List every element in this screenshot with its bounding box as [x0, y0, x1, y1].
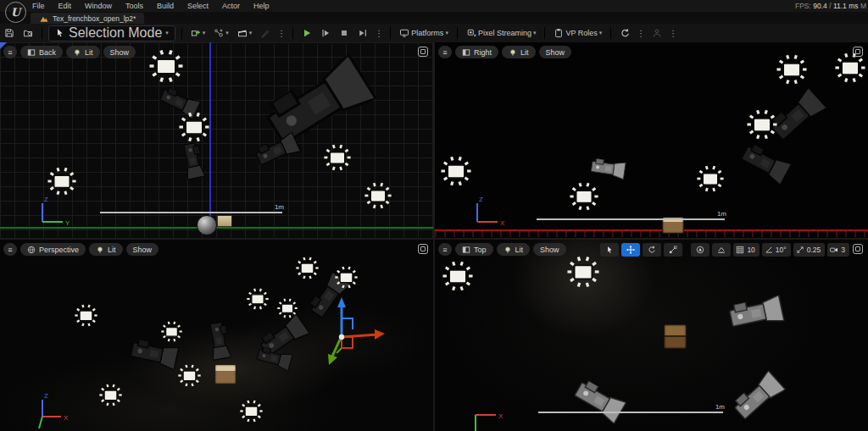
- play-button[interactable]: [298, 25, 316, 41]
- maximize-viewport-icon[interactable]: [418, 244, 428, 254]
- maximize-viewport-icon[interactable]: [418, 47, 428, 57]
- menu-item-build[interactable]: Build: [150, 2, 181, 10]
- rect-light-actor[interactable]: [570, 182, 598, 211]
- sphere-actor[interactable]: [197, 215, 217, 235]
- rect-light-actor[interactable]: [442, 261, 473, 291]
- camera-actor[interactable]: [180, 138, 205, 180]
- move-tool-button[interactable]: [621, 243, 640, 257]
- camera-actor[interactable]: [568, 376, 627, 424]
- chest-actor[interactable]: [664, 324, 687, 349]
- source-control-button[interactable]: [615, 25, 634, 41]
- grid-snap-button[interactable]: 10: [733, 243, 759, 257]
- camera-actor[interactable]: [206, 318, 231, 361]
- show-flags-dropdown[interactable]: Show: [533, 243, 566, 256]
- rect-light-actor[interactable]: [567, 256, 599, 288]
- rect-light-actor[interactable]: [747, 109, 777, 140]
- rect-light-actor[interactable]: [161, 321, 182, 342]
- menu-item-tools[interactable]: Tools: [119, 2, 150, 10]
- rect-light-actor[interactable]: [178, 364, 201, 387]
- rect-light-actor[interactable]: [364, 182, 392, 209]
- surface-snap-toggle[interactable]: [712, 243, 731, 257]
- viewport-type-dropdown[interactable]: Perspective: [20, 243, 86, 256]
- editor-mode-dropdown[interactable]: Selection Mode ▾: [48, 25, 175, 41]
- viewport-right[interactable]: ZX1m ≡ Right Lit Show: [435, 42, 868, 238]
- vp-roles-dropdown[interactable]: VP Roles ▾: [549, 25, 606, 41]
- camera-speed-button[interactable]: 3: [827, 243, 849, 257]
- select-tool-button[interactable]: [600, 243, 619, 257]
- view-mode-dropdown[interactable]: Lit: [89, 243, 123, 256]
- rect-light-actor[interactable]: [776, 54, 807, 85]
- rect-light-actor[interactable]: [697, 165, 724, 192]
- maximize-viewport-icon[interactable]: [853, 47, 863, 57]
- menu-item-actor[interactable]: Actor: [215, 2, 247, 10]
- rect-light-actor[interactable]: [149, 49, 183, 83]
- menu-item-edit[interactable]: Edit: [52, 2, 79, 10]
- chevron-down-icon: ▾: [165, 30, 169, 36]
- camera-actor[interactable]: [724, 295, 786, 332]
- rect-light-actor[interactable]: [835, 52, 865, 83]
- frame-skip-button[interactable]: [316, 25, 335, 41]
- save-button[interactable]: [0, 25, 19, 41]
- scale-bar: 1m: [100, 212, 282, 213]
- rect-light-actor[interactable]: [441, 156, 471, 186]
- overflow-menu-icon[interactable]: ⋮: [275, 29, 288, 38]
- camera-actor[interactable]: [125, 337, 180, 370]
- platforms-dropdown[interactable]: Platforms ▾: [395, 25, 453, 41]
- rect-light-actor[interactable]: [335, 266, 358, 289]
- rotation-snap-button[interactable]: 10°: [762, 243, 791, 257]
- show-flags-dropdown[interactable]: Show: [126, 243, 159, 256]
- browse-content-button[interactable]: [19, 25, 37, 41]
- viewport-back[interactable]: ZY1m ≡ Back Lit Show: [0, 42, 433, 238]
- view-mode-dropdown[interactable]: Lit: [497, 243, 531, 256]
- viewport-type-dropdown[interactable]: Back: [20, 46, 63, 58]
- level-tab[interactable]: Tex_frenchbox_open_lp2*: [31, 13, 144, 24]
- surface-snap-icon: [717, 246, 726, 254]
- box-actor[interactable]: [217, 215, 232, 227]
- rect-light-actor[interactable]: [324, 144, 351, 171]
- sequencer-button[interactable]: [256, 25, 275, 41]
- viewport-menu-icon[interactable]: ≡: [438, 243, 452, 256]
- view-mode-label: Lit: [85, 48, 93, 57]
- rect-light-actor[interactable]: [240, 400, 263, 423]
- play-options-menu-icon[interactable]: ⋮: [372, 29, 386, 38]
- rotate-tool-button[interactable]: [643, 243, 661, 257]
- scale-snap-button[interactable]: 0.25: [793, 243, 826, 257]
- rect-light-actor[interactable]: [75, 304, 97, 327]
- rect-light-actor[interactable]: [296, 257, 319, 279]
- menu-item-help[interactable]: Help: [247, 2, 276, 10]
- viewport-menu-icon[interactable]: ≡: [3, 243, 17, 256]
- blueprints-button[interactable]: ▾: [209, 25, 233, 41]
- show-flags-dropdown[interactable]: Show: [539, 46, 572, 58]
- view-mode-dropdown[interactable]: Lit: [502, 46, 536, 58]
- multi-user-menu-icon[interactable]: ⋮: [666, 29, 680, 38]
- menu-item-window[interactable]: Window: [78, 2, 119, 10]
- rect-light-actor[interactable]: [179, 112, 209, 142]
- stop-button[interactable]: [335, 25, 353, 41]
- viewport-menu-icon[interactable]: ≡: [438, 46, 452, 58]
- rect-light-actor[interactable]: [247, 288, 269, 310]
- scale-tool-button[interactable]: [664, 243, 682, 257]
- camera-actor[interactable]: [587, 157, 626, 180]
- menu-item-file[interactable]: File: [25, 2, 52, 10]
- unreal-logo-icon[interactable]: U: [5, 2, 26, 23]
- camera-actor[interactable]: [727, 370, 786, 426]
- viewport-perspective[interactable]: ZXY ≡ Perspective Lit Show: [0, 240, 433, 431]
- chest-actor[interactable]: [214, 364, 236, 384]
- view-mode-dropdown[interactable]: Lit: [66, 46, 100, 58]
- viewport-type-dropdown[interactable]: Right: [455, 46, 498, 58]
- rect-light-actor[interactable]: [99, 384, 122, 406]
- viewport-top[interactable]: XY1m ≡ Top Lit Show 10 10° 0.25 3: [435, 240, 868, 431]
- maximize-viewport-icon[interactable]: [853, 244, 863, 254]
- viewport-type-dropdown[interactable]: Top: [455, 243, 493, 256]
- menu-item-select[interactable]: Select: [181, 2, 215, 10]
- pixel-streaming-dropdown[interactable]: Pixel Streaming ▾: [462, 25, 541, 41]
- add-actor-button[interactable]: ▾: [186, 25, 210, 41]
- show-flags-dropdown[interactable]: Show: [103, 46, 136, 58]
- move-gizmo[interactable]: [295, 290, 388, 384]
- rect-light-actor[interactable]: [47, 167, 76, 196]
- world-transform-toggle[interactable]: [691, 243, 709, 257]
- multi-user-button[interactable]: [648, 25, 666, 41]
- source-control-menu-icon[interactable]: ⋮: [634, 29, 648, 38]
- cinematics-button[interactable]: ▾: [233, 25, 257, 41]
- play-to-button[interactable]: [353, 25, 372, 41]
